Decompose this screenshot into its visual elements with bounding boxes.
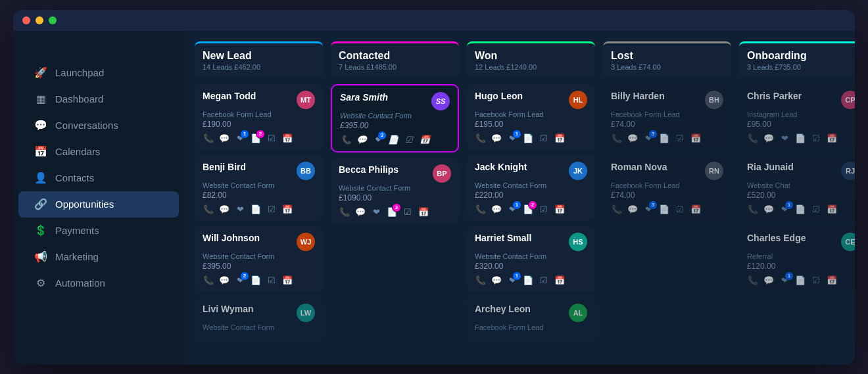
doc-icon[interactable]: 📄2 [386, 206, 398, 218]
phone-icon[interactable]: 📞 [747, 204, 759, 216]
doc-icon[interactable]: 📄 [658, 133, 670, 145]
doc-icon[interactable]: 📄 [522, 133, 534, 145]
card-charles-edge[interactable]: Charles Edge CE Referral £120.00 📞 💬 ❤1 … [739, 226, 855, 292]
card-ria-junaid[interactable]: Ria Junaid RJ Website Chat £520.00 📞 💬 ❤… [739, 155, 855, 221]
heart-icon[interactable]: ❤3 [642, 133, 654, 145]
card-benji-bird[interactable]: Benji Bird BB Website Contact Form £82.0… [195, 155, 323, 221]
doc-icon[interactable]: 📄2 [250, 133, 262, 145]
check-icon[interactable]: ☑ [538, 275, 550, 287]
calendar-icon[interactable]: 📅 [554, 204, 566, 216]
check-icon[interactable]: ☑ [266, 133, 277, 145]
calendar-icon[interactable]: 📅 [554, 133, 566, 145]
chat-icon[interactable]: 💬 [627, 204, 639, 216]
phone-icon[interactable]: 📞 [747, 275, 759, 287]
heart-icon[interactable]: ❤3 [372, 134, 383, 146]
check-icon[interactable]: ☑ [538, 133, 550, 145]
calendar-icon[interactable]: 📅 [281, 133, 293, 145]
phone-icon[interactable]: 📞 [340, 134, 352, 146]
heart-icon[interactable]: ❤3 [642, 204, 654, 216]
doc-icon[interactable]: 📄 [794, 204, 806, 216]
card-roman-nova[interactable]: Roman Nova RN Facebook Form Lead £74.00 … [603, 155, 731, 221]
check-icon[interactable]: ☑ [266, 204, 277, 216]
phone-icon[interactable]: 📞 [203, 204, 214, 216]
check-icon[interactable]: ☑ [402, 206, 414, 218]
close-button[interactable] [22, 16, 30, 24]
doc-icon[interactable]: 📄 [522, 275, 534, 287]
heart-icon[interactable]: ❤ [779, 133, 790, 145]
heart-icon[interactable]: ❤1 [506, 133, 518, 145]
sidebar-item-conversations[interactable]: 💬 Conversations [18, 112, 179, 139]
card-harriet-small[interactable]: Harriet Small HS Website Contact Form £3… [467, 226, 595, 292]
check-icon[interactable]: ☑ [266, 275, 277, 287]
chat-icon[interactable]: 💬 [491, 275, 502, 287]
sidebar-item-payments[interactable]: 💲 Payments [18, 218, 179, 244]
heart-icon[interactable]: ❤1 [779, 275, 790, 287]
phone-icon[interactable]: 📞 [339, 206, 350, 218]
chat-icon[interactable]: 💬 [491, 133, 502, 145]
minimize-button[interactable] [36, 16, 43, 24]
phone-icon[interactable]: 📞 [203, 133, 214, 145]
heart-icon[interactable]: ❤1 [234, 133, 246, 145]
chat-icon[interactable]: 💬 [491, 204, 502, 216]
check-icon[interactable]: ☑ [674, 204, 686, 216]
card-sara-smith[interactable]: Sara Smith SS Website Contact Form £395.… [331, 84, 459, 152]
sidebar-item-marketing[interactable]: 📢 Marketing [18, 244, 179, 270]
check-icon[interactable]: ☑ [403, 134, 415, 146]
check-icon[interactable]: ☑ [538, 204, 550, 216]
heart-icon[interactable]: ❤1 [779, 204, 790, 216]
check-icon[interactable]: ☑ [674, 133, 686, 145]
calendar-icon[interactable]: 📅 [690, 133, 702, 145]
chat-icon[interactable]: 💬 [763, 275, 775, 287]
heart-icon[interactable]: ❤ [234, 204, 246, 216]
calendar-icon[interactable]: 📅 [826, 204, 838, 216]
heart-icon[interactable]: ❤2 [234, 275, 246, 287]
card-hugo-leon[interactable]: Hugo Leon HL Facebook Form Lead £195.00 … [467, 84, 595, 150]
chat-icon[interactable]: 💬 [356, 134, 368, 146]
partial-card-livi-wyman[interactable]: Livi Wyman LW Website Contact Form [195, 297, 323, 338]
doc-icon[interactable]: 📄 [250, 204, 262, 216]
calendar-icon[interactable]: 📅 [419, 134, 431, 146]
sidebar-item-opportunities[interactable]: 🔗 Opportunities [18, 191, 179, 218]
chat-icon[interactable]: 💬 [218, 204, 230, 216]
card-chris-parker[interactable]: Chris Parker CP Instagram Lead £95.00 📞 … [739, 84, 855, 150]
phone-icon[interactable]: 📞 [475, 275, 487, 287]
maximize-button[interactable] [49, 16, 57, 24]
phone-icon[interactable]: 📞 [475, 204, 487, 216]
check-icon[interactable]: ☑ [810, 133, 822, 145]
chat-icon[interactable]: 💬 [354, 206, 366, 218]
sidebar-item-automation[interactable]: ⚙ Automation [18, 270, 179, 296]
calendar-icon[interactable]: 📅 [826, 133, 838, 145]
check-icon[interactable]: ☑ [810, 275, 822, 287]
calendar-icon[interactable]: 📅 [826, 275, 838, 287]
sidebar-item-calendars[interactable]: 📅 Calendars [18, 139, 179, 165]
card-becca-philips[interactable]: Becca Philips BP Website Contact Form £1… [331, 158, 459, 223]
doc-icon[interactable]: 📄 [794, 133, 806, 145]
chat-icon[interactable]: 💬 [218, 275, 230, 287]
heart-icon[interactable]: ❤1 [506, 204, 518, 216]
phone-icon[interactable]: 📞 [611, 133, 623, 145]
sidebar-item-contacts[interactable]: 👤 Contacts [18, 165, 179, 191]
doc-icon[interactable]: 📄 [387, 134, 399, 146]
chat-icon[interactable]: 💬 [627, 133, 639, 145]
partial-card-archey-leon[interactable]: Archey Leon AL Facebook Form Lead [467, 297, 595, 338]
phone-icon[interactable]: 📞 [203, 275, 214, 287]
phone-icon[interactable]: 📞 [611, 204, 623, 216]
chat-icon[interactable]: 💬 [218, 133, 230, 145]
phone-icon[interactable]: 📞 [475, 133, 487, 145]
sidebar-item-launchpad[interactable]: 🚀 Launchpad [18, 60, 179, 86]
doc-icon[interactable]: 📄 [250, 275, 262, 287]
card-billy-harden[interactable]: Billy Harden BH Facebook Form Lead £74.0… [603, 84, 731, 150]
card-jack-knight[interactable]: Jack Knight JK Website Contact Form £220… [467, 155, 595, 221]
card-will-johnson[interactable]: Will Johnson WJ Website Contact Form £39… [195, 226, 323, 292]
calendar-icon[interactable]: 📅 [281, 275, 293, 287]
calendar-icon[interactable]: 📅 [281, 204, 293, 216]
heart-icon[interactable]: ❤1 [506, 275, 518, 287]
calendar-icon[interactable]: 📅 [418, 206, 429, 218]
phone-icon[interactable]: 📞 [747, 133, 759, 145]
calendar-icon[interactable]: 📅 [554, 275, 566, 287]
doc-icon[interactable]: 📄 [794, 275, 806, 287]
sidebar-item-dashboard[interactable]: ▦ Dashboard [18, 86, 179, 112]
calendar-icon[interactable]: 📅 [690, 204, 702, 216]
chat-icon[interactable]: 💬 [763, 133, 775, 145]
chat-icon[interactable]: 💬 [763, 204, 775, 216]
